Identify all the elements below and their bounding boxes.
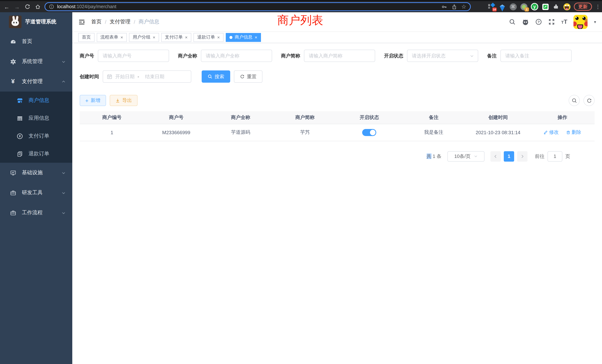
browser-home-icon[interactable]	[34, 3, 42, 10]
sidebar-item-pay[interactable]: ¥ 支付管理	[0, 72, 72, 92]
password-key-icon[interactable]	[441, 4, 447, 10]
close-icon[interactable]: ×	[185, 35, 188, 40]
browser-menu-icon[interactable]: ⋮	[595, 4, 599, 10]
breadcrumb-separator: /	[134, 19, 135, 25]
create-time-range-picker[interactable]: 开始日期 - 结束日期	[103, 70, 191, 83]
main-area: 商户列表 首页 / 支付管理 / 商户信息	[72, 12, 602, 364]
table-tools	[569, 95, 595, 106]
goto-page-input[interactable]	[548, 151, 562, 161]
profile-avatar-icon[interactable]	[563, 3, 570, 10]
browser-update-button[interactable]: 更新	[574, 3, 592, 11]
url-bar[interactable]: localhost:1024/pay/merchant ☆	[44, 2, 471, 11]
github-icon[interactable]	[522, 18, 529, 25]
show-search-toggle-button[interactable]	[569, 95, 580, 106]
sidebar-item-label: 应用信息	[29, 115, 49, 122]
page-size-select[interactable]: 10条/页	[447, 151, 484, 161]
export-button[interactable]: 导出	[110, 95, 138, 106]
share-icon[interactable]	[451, 4, 457, 10]
sidebar-item-dev-tools[interactable]: 研发工具	[0, 183, 72, 203]
browser-reload-icon[interactable]	[24, 3, 31, 10]
extension-badge: 1	[525, 7, 529, 11]
sidebar-item-workflow[interactable]: 工作流程	[0, 203, 72, 223]
extension-tabs-icon[interactable]: 10	[488, 3, 495, 10]
trash-icon	[566, 130, 570, 135]
tab-home[interactable]: 首页	[78, 33, 95, 42]
sidebar-item-infra[interactable]: 基础设施	[0, 163, 72, 183]
font-size-icon[interactable]: TT	[561, 19, 567, 25]
goto-page: 前往 页	[535, 151, 570, 161]
browser-back-icon[interactable]: ←	[3, 3, 10, 10]
next-page-button[interactable]	[517, 151, 527, 161]
add-button[interactable]: + 新增	[80, 95, 106, 106]
bookmark-star-icon[interactable]: ☆	[461, 3, 466, 10]
fullscreen-icon[interactable]	[548, 19, 555, 25]
breadcrumb-pay[interactable]: 支付管理	[110, 19, 130, 25]
user-avatar[interactable]	[574, 15, 588, 29]
status-toggle[interactable]	[362, 129, 376, 136]
site-info-icon[interactable]	[49, 4, 54, 9]
table-toolbar: + 新增 导出	[80, 95, 595, 106]
reset-button[interactable]: 重置	[234, 70, 262, 83]
dashboard-icon	[10, 38, 16, 45]
sidebar-fold-icon[interactable]	[78, 18, 85, 25]
search-icon[interactable]	[509, 19, 516, 25]
merchant-no-input[interactable]	[98, 50, 169, 62]
pagination: 共 1 条 10条/页 1 前往	[80, 151, 595, 161]
sidebar-item-home[interactable]: 首页	[0, 32, 72, 52]
field-label: 商户简称	[281, 53, 300, 59]
help-icon[interactable]: ?	[535, 19, 542, 25]
close-icon[interactable]: ×	[153, 35, 155, 40]
sidebar-logo[interactable]: 芋道管理系统	[0, 12, 72, 32]
tab-pay-order[interactable]: 支付订单×	[161, 33, 191, 42]
status-select[interactable]: 请选择开启状态	[407, 50, 478, 62]
delete-link[interactable]: 删除	[566, 129, 581, 136]
column-header: 创建时间	[466, 111, 530, 124]
merchant-fullname-input[interactable]	[201, 50, 272, 62]
table-header-row: 商户编号 商户号 商户全称 商户简称 开启状态 备注 创建时间 操作	[80, 111, 595, 124]
goto-suffix: 页	[565, 153, 570, 160]
close-icon[interactable]: ×	[255, 35, 257, 40]
breadcrumb-home[interactable]: 首页	[91, 19, 102, 25]
close-icon[interactable]: ×	[217, 35, 220, 40]
sidebar-item-label: 商户信息	[29, 97, 49, 104]
chevron-down-icon	[62, 171, 66, 175]
yen-icon: ¥	[10, 78, 16, 85]
merchant-shortname-input[interactable]	[304, 50, 375, 62]
tab-refund-order[interactable]: 退款订单×	[194, 33, 224, 42]
breadcrumb-separator: /	[105, 19, 106, 25]
user-menu-caret-icon[interactable]: ▾	[594, 20, 596, 24]
close-icon[interactable]: ×	[120, 35, 123, 40]
extension-gem-icon[interactable]	[499, 3, 506, 10]
sidebar-item-system[interactable]: 系统管理	[0, 52, 72, 72]
extensions-puzzle-icon[interactable]	[552, 3, 560, 10]
remark-input[interactable]	[500, 50, 572, 62]
sidebar-item-label: 研发工具	[22, 189, 43, 196]
sidebar-item-merchant-info[interactable]: 商户信息	[0, 92, 72, 109]
refresh-table-button[interactable]	[583, 95, 595, 106]
extension-y-icon[interactable]: y	[531, 3, 538, 10]
extension-notes-icon[interactable]	[542, 3, 549, 10]
prev-page-button[interactable]	[490, 151, 501, 161]
app-window: 芋道管理系统 首页 系统管理 ¥ 支付管理	[0, 12, 602, 364]
search-button[interactable]: 搜索	[202, 70, 230, 83]
document-copy-icon	[16, 151, 23, 157]
page-number-1[interactable]: 1	[504, 151, 514, 161]
extension-command-icon[interactable]: ⌘	[509, 3, 517, 10]
tab-merchant-info[interactable]: 商户信息×	[226, 33, 261, 42]
search-icon	[208, 74, 212, 79]
tab-user-group[interactable]: 用户分组×	[129, 33, 159, 42]
cell-full-name: 芋道源码	[208, 124, 273, 141]
extension-recorder-icon[interactable]: 1	[520, 3, 527, 10]
download-icon	[115, 98, 120, 103]
tags-view-bar: 首页 流程表单× 用户分组× 支付订单× 退款订单× 商户信息×	[72, 32, 602, 43]
sidebar-item-pay-order[interactable]: ¥ 支付订单	[0, 127, 72, 145]
browser-forward-icon[interactable]: →	[13, 3, 21, 10]
tab-flow-form[interactable]: 流程表单×	[97, 33, 127, 42]
sidebar-item-label: 支付管理	[22, 78, 43, 85]
edit-link[interactable]: 修改	[544, 129, 559, 136]
column-header: 开启状态	[337, 111, 401, 124]
sidebar-item-refund-order[interactable]: 退款订单	[0, 145, 72, 163]
sidebar-item-app-info[interactable]: 应用信息	[0, 109, 72, 127]
sidebar-item-label: 退款订单	[29, 150, 49, 157]
url-host: localhost	[57, 4, 75, 9]
